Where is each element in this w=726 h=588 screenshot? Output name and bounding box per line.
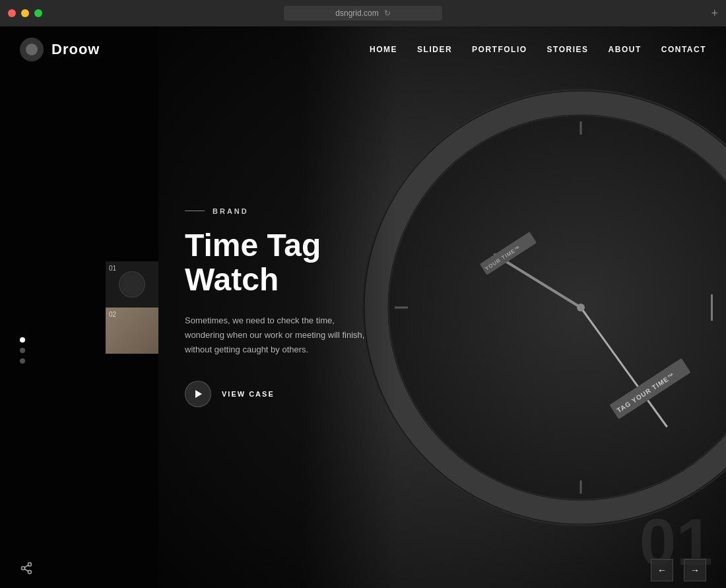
svg-point-20 bbox=[28, 563, 32, 566]
play-icon bbox=[185, 381, 211, 407]
dot-1[interactable] bbox=[20, 337, 25, 343]
new-tab-button[interactable]: + bbox=[711, 7, 718, 20]
brand-name[interactable]: Droow bbox=[51, 41, 100, 58]
prev-arrow[interactable]: ← bbox=[651, 559, 673, 581]
eyebrow-label: BRAND bbox=[213, 207, 249, 215]
thumbnail-area: 01 02 bbox=[106, 261, 158, 354]
nav-about[interactable]: ABOUT bbox=[609, 45, 642, 54]
bottom-bar: ← → bbox=[0, 552, 726, 588]
hero-text-area: BRAND Time Tag Watch Sometimes, we need … bbox=[158, 26, 396, 588]
hero-description: Sometimes, we need to check the time, wo… bbox=[185, 313, 370, 357]
hero-sidebar: 01 02 bbox=[0, 26, 158, 588]
nav-dots bbox=[20, 337, 25, 364]
hero-eyebrow: BRAND bbox=[185, 207, 370, 215]
thumb-number-2: 02 bbox=[109, 311, 116, 318]
svg-point-22 bbox=[28, 570, 32, 573]
prev-icon: ← bbox=[657, 565, 667, 575]
site-wrapper: Droow HOME SLIDER PORTFOLIO STORIES ABOU… bbox=[0, 26, 726, 588]
nav-slider[interactable]: SLIDER bbox=[417, 45, 452, 54]
logo-area[interactable]: Droow bbox=[20, 38, 100, 61]
refresh-icon[interactable]: ↻ bbox=[384, 9, 391, 18]
nav-contact[interactable]: CONTACT bbox=[661, 45, 706, 54]
thumb-number-1: 01 bbox=[109, 265, 116, 272]
svg-point-21 bbox=[22, 567, 25, 570]
minimize-button[interactable] bbox=[21, 9, 29, 17]
cta-label: VIEW CASE bbox=[222, 390, 275, 398]
logo-inner bbox=[26, 44, 38, 55]
close-button[interactable] bbox=[8, 9, 16, 17]
logo-circle bbox=[20, 38, 44, 61]
thumbnail-2[interactable]: 02 bbox=[106, 308, 158, 354]
nav-home[interactable]: HOME bbox=[370, 45, 397, 54]
hero-section: 01 02 bbox=[0, 26, 726, 588]
hero-main: TAG YOUR TIME™ YOUR TIME™ bbox=[158, 26, 726, 588]
svg-line-24 bbox=[24, 565, 28, 567]
url-text: dsngrid.com bbox=[335, 9, 378, 18]
slide-nav-arrows: ← → bbox=[651, 559, 706, 581]
maximize-button[interactable] bbox=[34, 9, 42, 17]
slider-indicator bbox=[711, 294, 713, 321]
nav-portfolio[interactable]: PORTFOLIO bbox=[472, 45, 527, 54]
nav-links: HOME SLIDER PORTFOLIO STORIES ABOUT CONT… bbox=[370, 45, 706, 54]
hero-title: Time Tag Watch bbox=[185, 228, 370, 298]
svg-line-23 bbox=[24, 569, 28, 571]
mac-titlebar: dsngrid.com ↻ + bbox=[0, 0, 726, 26]
share-icon[interactable] bbox=[20, 562, 33, 578]
watch-background: TAG YOUR TIME™ YOUR TIME™ bbox=[350, 77, 726, 539]
dot-3[interactable] bbox=[20, 358, 25, 364]
eyebrow-line bbox=[185, 211, 205, 211]
next-arrow[interactable]: → bbox=[684, 559, 706, 581]
thumbnail-1[interactable]: 01 bbox=[106, 261, 158, 308]
dot-2[interactable] bbox=[20, 348, 25, 353]
url-bar[interactable]: dsngrid.com ↻ bbox=[284, 6, 442, 20]
arrow-icon bbox=[195, 390, 202, 398]
site-nav: Droow HOME SLIDER PORTFOLIO STORIES ABOU… bbox=[0, 26, 726, 73]
nav-stories[interactable]: STORIES bbox=[547, 45, 589, 54]
mac-window-controls bbox=[8, 9, 42, 17]
browser-content: Droow HOME SLIDER PORTFOLIO STORIES ABOU… bbox=[0, 26, 726, 588]
svg-point-15 bbox=[577, 304, 585, 311]
watch-mini-icon bbox=[119, 271, 145, 298]
next-icon: → bbox=[690, 565, 700, 575]
view-case-button[interactable]: VIEW CASE bbox=[185, 381, 275, 407]
